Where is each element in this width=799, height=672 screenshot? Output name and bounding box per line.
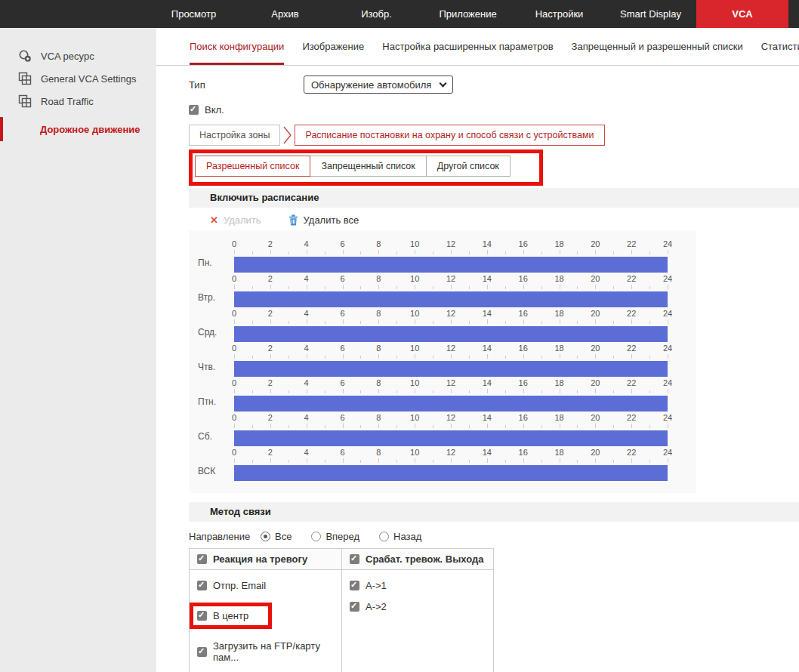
direction-option-all[interactable]: Все: [261, 531, 292, 542]
tick-mark: [378, 354, 379, 359]
linkage-item-checkbox[interactable]: [350, 602, 359, 612]
schedule-bar[interactable]: [234, 291, 668, 307]
tick-mark: [469, 425, 470, 428]
list-tab-allowed[interactable]: Разрешенный список: [195, 156, 310, 177]
delete-button-label: Удалить: [224, 214, 261, 226]
tick-mark: [505, 356, 506, 359]
tab-strip: Поиск конфигурацииИзображениеНастройка р…: [156, 28, 799, 66]
linkage-item: Загрузить на FTP/карту пам...: [197, 640, 341, 663]
hour-label: 2: [268, 239, 273, 248]
annotation-box-center: В центр: [190, 603, 272, 629]
linkage-item-checkbox[interactable]: [197, 581, 207, 590]
tick-mark: [325, 321, 325, 324]
tick-mark: [433, 286, 433, 289]
delete-all-button[interactable]: Удалить все: [288, 214, 359, 226]
breadcrumb-chevron-icon: [282, 125, 292, 146]
annotation-box-list-tabs: Разрешенный список Запрещенный список Др…: [189, 150, 543, 186]
schedule-timeline[interactable]: 024681012141618202224: [234, 274, 668, 309]
column-header-checkbox[interactable]: [197, 554, 207, 564]
nav-item-3[interactable]: Изобр.: [331, 0, 422, 28]
schedule-bar[interactable]: [234, 361, 668, 377]
nav-item-1[interactable]: Просмотр: [148, 0, 239, 28]
delete-button[interactable]: Удалить: [210, 214, 261, 226]
tick-mark: [451, 458, 452, 463]
linkage-item-label: Отпр. Email: [213, 580, 266, 591]
tab-5[interactable]: Статистика колич: [761, 28, 799, 65]
schedule-timeline[interactable]: 024681012141618202224: [234, 344, 668, 378]
list-tab-blocked[interactable]: Запрещенный список: [310, 156, 426, 177]
tick-mark: [668, 319, 668, 324]
tab-2[interactable]: Изображение: [302, 28, 364, 65]
schedule-timeline[interactable]: 024681012141618202224: [234, 413, 668, 448]
tick-mark: [649, 251, 650, 254]
type-select[interactable]: Обнаружение автомобиля: [304, 76, 453, 94]
tick-mark: [487, 319, 488, 324]
hour-label: 22: [627, 413, 636, 422]
schedule-timeline[interactable]: 024681012141618202224: [234, 378, 668, 413]
linkage-item-checkbox[interactable]: [197, 647, 207, 657]
tick-mark: [307, 424, 307, 428]
tick-mark: [451, 424, 452, 428]
tick-mark: [649, 425, 650, 428]
tick-mark: [288, 321, 289, 324]
tick-mark: [270, 389, 271, 393]
hour-label: 22: [627, 239, 636, 248]
tick-mark: [577, 356, 578, 359]
tick-mark: [307, 354, 307, 359]
nav-spacer: [0, 0, 148, 28]
hour-label: 12: [446, 344, 455, 353]
sidebar-item-2[interactable]: General VCA Settings: [0, 67, 156, 90]
enable-checkbox[interactable]: [189, 105, 199, 115]
zone-tab-area-settings[interactable]: Настройка зоны: [189, 125, 280, 146]
hour-label: 14: [483, 378, 492, 387]
schedule-timeline[interactable]: 024681012141618202224: [234, 239, 668, 274]
schedule-timeline[interactable]: 024681012141618202224: [234, 309, 668, 344]
nav-item-2[interactable]: Архив: [239, 0, 331, 28]
direction-option-label: Назад: [393, 531, 421, 542]
day-label: Сб.: [198, 431, 212, 442]
hour-label: 10: [410, 448, 419, 457]
tick-mark: [487, 285, 488, 289]
tick-mark: [541, 251, 542, 254]
sidebar-item-4[interactable]: Дорожное движение: [0, 117, 156, 141]
tab-1[interactable]: Поиск конфигурации: [190, 28, 284, 65]
zone-tab-arming-schedule[interactable]: Расписание постановки на охрану и способ…: [295, 125, 604, 146]
sidebar-item-3[interactable]: Road Traffic: [0, 90, 156, 113]
schedule-bar[interactable]: [234, 430, 668, 446]
tick-mark: [595, 354, 596, 359]
tick-mark: [433, 356, 433, 359]
nav-item-4[interactable]: Приложение: [422, 0, 514, 28]
tick-mark: [487, 389, 488, 393]
schedule-bar[interactable]: [234, 326, 668, 342]
direction-option-forward[interactable]: Вперед: [311, 531, 359, 542]
grid-icon: [18, 94, 32, 108]
schedule-bar[interactable]: [234, 465, 668, 481]
linkage-column-header: Реакция на тревогу: [190, 549, 341, 570]
linkage-item-checkbox[interactable]: [197, 611, 207, 621]
tick-mark: [343, 285, 344, 289]
tick-mark: [541, 286, 542, 289]
hour-label: 12: [446, 413, 455, 422]
schedule-timeline[interactable]: 024681012141618202224: [234, 448, 668, 482]
tab-4[interactable]: Запрещенный и разрешенный списки: [572, 28, 743, 65]
column-header-checkbox[interactable]: [350, 554, 359, 564]
sidebar-item-label: VCA ресурс: [41, 51, 94, 62]
linkage-item-checkbox[interactable]: [350, 581, 359, 590]
nav-item-6[interactable]: Smart Display: [605, 0, 696, 28]
tick-mark: [469, 390, 470, 393]
direction-option-backward[interactable]: Назад: [379, 531, 421, 542]
tab-3[interactable]: Настройка расширенных параметров: [382, 28, 553, 65]
schedule-bar[interactable]: [234, 396, 668, 412]
schedule-bar[interactable]: [234, 257, 668, 273]
hour-label: 2: [268, 309, 273, 318]
list-tab-other[interactable]: Другой список: [426, 156, 511, 177]
nav-item-5[interactable]: Настройки: [514, 0, 605, 28]
tick-mark: [378, 285, 379, 289]
hour-label: 18: [554, 274, 563, 283]
tick-mark: [560, 285, 560, 289]
sidebar-item-1[interactable]: VCA ресурс: [0, 45, 156, 67]
hour-label: 8: [376, 239, 381, 248]
nav-item-7[interactable]: VCA: [696, 0, 788, 28]
tick-mark: [451, 285, 452, 289]
hour-label: 10: [410, 344, 419, 353]
